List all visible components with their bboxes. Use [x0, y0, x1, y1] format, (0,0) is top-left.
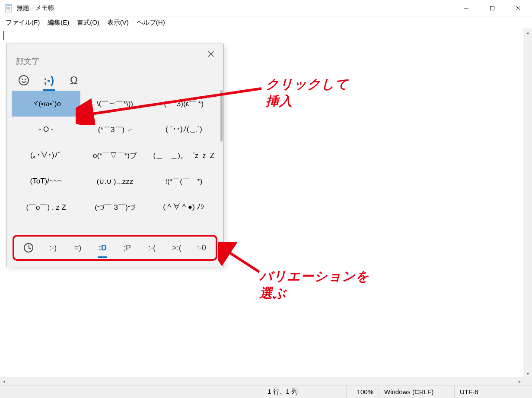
annotation-choose-variation: バリエーションを 選ぶ — [259, 268, 370, 301]
window-close-button[interactable] — [505, 0, 531, 16]
horizontal-scrollbar[interactable]: ◂ ▸ — [0, 377, 523, 385]
window-minimize-button[interactable] — [453, 0, 479, 16]
kaomoji-item[interactable]: (｡･∀･)ﾉﾞ — [12, 142, 80, 168]
variation-recent[interactable] — [17, 237, 40, 259]
menu-view[interactable]: 表示(V) — [103, 18, 133, 28]
panel-scrollbar[interactable] — [220, 90, 223, 142]
kaomoji-item[interactable]: (ToT)/~~~ — [12, 168, 80, 194]
svg-rect-1 — [5, 4, 11, 6]
tab-emoji[interactable] — [16, 75, 32, 85]
clock-icon — [24, 243, 33, 253]
notepad-app-icon — [4, 4, 13, 13]
kaomoji-item[interactable]: (＿ ＿)。゜z ｚ Z — [150, 142, 218, 168]
text-caret — [3, 31, 4, 40]
kaomoji-item[interactable]: (∪.∪ )...zzz — [80, 168, 149, 194]
kaomoji-item[interactable]: (*￣3)(ε￣ *) — [150, 91, 218, 117]
variation-item[interactable]: :-( — [140, 237, 163, 259]
kaomoji-item[interactable]: ヾ(•ω•`)o — [12, 91, 80, 117]
menu-file[interactable]: ファイル(F) — [2, 18, 44, 28]
variation-bar: :-) =) :D ;P :-( >:( :-0 — [13, 235, 217, 261]
svg-rect-6 — [491, 6, 494, 10]
variation-item[interactable]: :-) — [41, 237, 64, 259]
tab-symbols[interactable]: Ω — [66, 74, 82, 86]
symbols-tab-label: Ω — [70, 74, 78, 86]
window-title: 無題 - メモ帳 — [16, 4, 453, 12]
menu-format[interactable]: 書式(O) — [73, 18, 103, 28]
menu-bar: ファイル(F) 編集(E) 書式(O) 表示(V) ヘルプ(H) — [0, 16, 532, 28]
window-maximize-button[interactable] — [479, 0, 505, 16]
kaomoji-tab-label: ;-) — [44, 74, 54, 86]
panel-close-button[interactable] — [204, 47, 217, 60]
panel-category-tabs: ;-) Ω — [6, 67, 223, 90]
kaomoji-item[interactable]: ( ^ ∀ ^ ●) ﾉｼ — [150, 194, 218, 220]
variation-item[interactable]: ;P — [116, 237, 139, 259]
menu-help[interactable]: ヘルプ(H) — [133, 18, 169, 28]
tab-kaomoji[interactable]: ;-) — [41, 74, 57, 86]
scroll-right-icon[interactable]: ▸ — [516, 377, 523, 385]
annotation-click-insert: クリックして 挿入 — [266, 76, 349, 109]
scroll-left-icon[interactable]: ◂ — [0, 377, 8, 385]
kaomoji-item[interactable]: \(￣︶￣*\)) — [80, 91, 149, 117]
variation-item[interactable]: >:( — [166, 237, 188, 259]
vertical-scrollbar[interactable]: ▴ ▾ — [523, 28, 532, 377]
kaomoji-item[interactable]: - O - — [12, 117, 80, 142]
variation-item[interactable]: :-0 — [190, 237, 213, 259]
variation-item[interactable]: :D — [91, 237, 114, 259]
variation-item[interactable]: =) — [67, 237, 89, 259]
status-bar: 1 行、1 列 100% Windows (CRLF) UTF-8 — [0, 385, 532, 398]
menu-edit[interactable]: 編集(E) — [44, 18, 73, 28]
panel-title: 顔文字 — [16, 56, 216, 66]
kaomoji-grid: ヾ(•ω•`)o \(￣︶￣*\)) (*￣3)(ε￣ *) - O - (*￣… — [6, 90, 223, 220]
kaomoji-item[interactable]: ( ´･･)ﾉ(._.`) — [150, 117, 218, 142]
kaomoji-item[interactable]: (*￣3￣)╭ — [80, 117, 149, 142]
kaomoji-item[interactable]: o(*￣▽￣*)ブ — [80, 142, 149, 168]
kaomoji-item[interactable]: (づ￣ 3￣)づ — [80, 194, 149, 220]
status-encoding: UTF-8 — [454, 385, 523, 398]
window-titlebar: 無題 - メモ帳 — [0, 0, 532, 16]
status-line-ending: Windows (CRLF) — [379, 385, 454, 398]
scroll-up-icon[interactable]: ▴ — [523, 28, 532, 36]
status-zoom: 100% — [346, 385, 379, 398]
kaomoji-item[interactable]: (￣o￣) . z Z — [12, 194, 80, 220]
kaomoji-item[interactable]: !(*￣(￣ *) — [150, 168, 218, 194]
status-cursor-position: 1 行、1 列 — [262, 385, 346, 398]
smiley-icon — [19, 75, 29, 85]
emoji-picker-panel: 顔文字 ;-) Ω ヾ(•ω•`)o \(￣︶￣*\)) (*￣3)(ε￣ *)… — [6, 44, 224, 267]
scroll-corner — [523, 377, 532, 385]
resize-grip[interactable] — [523, 385, 532, 398]
scroll-down-icon[interactable]: ▾ — [523, 370, 532, 377]
